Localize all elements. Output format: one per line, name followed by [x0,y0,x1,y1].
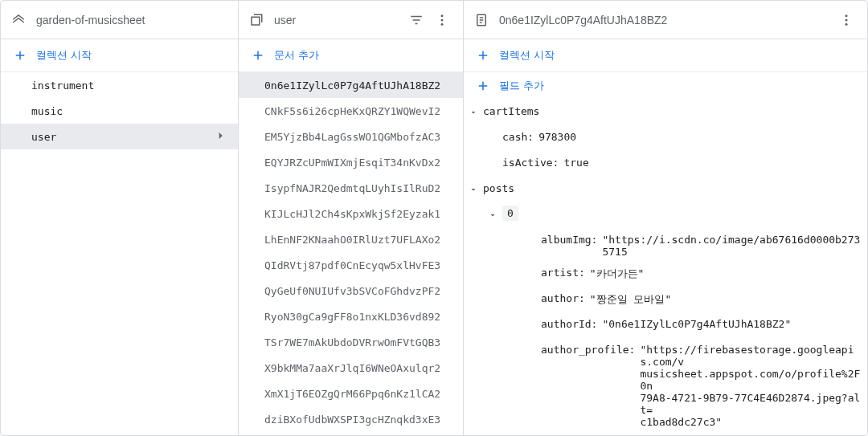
field-value: "https://firebasestorage.googleapis.com/… [640,341,861,428]
document-panel: user 문서 추가 0n6e1IZylLc0P7g4AftUJhA18BZ2C… [239,1,464,435]
field-author[interactable]: author: "짱준일 모바일" [464,287,867,312]
add-document-label: 문서 추가 [274,48,319,63]
field-key: posts [483,180,514,194]
collection-list: instrumentmusicuser [1,72,238,435]
document-list: 0n6e1IZylLc0P7g4AftUJhA18BZ2CNkF5s6i26cp… [239,72,463,435]
field-key: isActive: [502,154,559,169]
document-id: 0n6e1IZylLc0P7g4AftUJhA18BZ2 [264,79,440,92]
collection-panel: garden-of-musicsheet 컬렉션 시작 instrumentmu… [1,1,239,435]
field-value: true [563,154,588,169]
document-id: XmX1jT6EOZgQrM66Ppq6nKz1lCA2 [264,388,440,400]
svg-point-2 [441,18,444,21]
document-item[interactable]: TSr7WE7mAkUbdoDVRrwOmFVtGQB3 [239,329,463,355]
document-item[interactable]: XmX1jT6EOZgQrM66Ppq6nKz1lCA2 [239,381,463,406]
collapse-icon[interactable] [464,103,483,122]
collection-item-user[interactable]: user [1,124,238,149]
add-field-label: 필드 추가 [499,79,544,93]
field-authorprofile[interactable]: author_profile: "https://firebasestorage… [464,338,867,431]
document-item[interactable]: EQYJRZcUPmWIXmjEsqiT34nKvDx2 [239,149,463,175]
document-item[interactable]: 0n6e1IZylLc0P7g4AftUJhA18BZ2 [239,72,463,98]
document-item[interactable]: LhEnNF2KNaahO0IRlUzt7UFLAXo2 [239,226,463,252]
document-id: EM5YjzBb4LagGssWO1QGMbofzAC3 [264,131,440,143]
document-id: CNkF5s6i26cpHeKxQRZY1WQWevI2 [264,105,440,117]
start-collection-label: 컬렉션 시작 [499,48,555,63]
collapse-icon[interactable] [483,206,502,225]
field-key: authorId: [541,316,597,330]
plus-icon [475,78,491,94]
collapse-icon[interactable] [464,180,483,199]
home-icon [10,12,27,28]
document-item[interactable]: KIJLcHJl2Ch4sKpxWkjSf2Eyzak1 [239,201,463,226]
plus-icon [475,47,491,63]
document-item[interactable]: QIdRVtj87pdf0CnEcyqw5xlHvFE3 [239,252,463,278]
document-item[interactable]: IsypfNAJR2QedmtqLUyhIsIlRuD2 [239,175,463,201]
collection-title: user [274,14,405,26]
panel-header: user [239,1,463,39]
field-authorid[interactable]: authorId: "0n6e1IZylLc0P7g4AftUJhA18BZ2" [464,312,867,338]
start-collection-button[interactable]: 컬렉션 시작 [464,39,867,71]
collection-item-instrument[interactable]: instrument [1,72,238,98]
document-id: TSr7WE7mAkUbdoDVRrwOmFVtGQB3 [264,336,440,348]
start-collection-button[interactable]: 컬렉션 시작 [1,39,238,71]
field-createdat[interactable]: createdAt: "2023-02-28T08:37:18.423Z" [464,431,867,435]
field-key: createdAt: [541,434,604,435]
document-item[interactable]: dziBXofUdbWXSPI3gcHZnqkd3xE3 [239,406,463,432]
plus-icon [250,47,266,63]
field-key: albumImg: [541,231,597,246]
plus-icon [12,47,28,63]
panel-header: garden-of-musicsheet [1,1,238,39]
document-title: 0n6e1IZylLc0P7g4AftUJhA18BZ2 [499,14,835,26]
add-field-button[interactable]: 필드 추가 [464,72,867,100]
document-id: dziBXofUdbWXSPI3gcHZnqkd3xE3 [264,414,440,426]
field-artist[interactable]: artist: "카더가든" [464,261,867,287]
document-id: QyGeUf0NUIUfv3bSVCoFGhdvzPF2 [264,285,440,297]
field-posts[interactable]: posts [464,177,867,202]
field-cartitems[interactable]: cartItems [464,100,867,125]
field-key: artist: [541,264,585,279]
field-key: author_profile: [541,341,635,356]
field-cash[interactable]: cash: 978300 [464,125,867,151]
start-collection-label: 컬렉션 시작 [36,48,92,63]
root-title: garden-of-musicsheet [36,14,228,26]
field-value: 978300 [538,128,576,143]
chevron-right-icon [214,129,227,145]
field-list: cartItems cash: 978300 isActive: true po… [464,100,867,435]
field-value: "2023-02-28T08:37:18.423Z" [608,434,772,435]
document-id: EQYJRZcUPmWIXmjEsqiT34nKvDx2 [264,157,440,169]
field-value: "https://i.scdn.co/image/ab67616d0000b27… [602,231,861,258]
document-item[interactable]: QyGeUf0NUIUfv3bSVCoFGhdvzPF2 [239,278,463,304]
svg-rect-0 [252,17,260,25]
field-key: author: [541,290,585,304]
field-key: cash: [502,128,534,143]
field-value: "카더가든" [590,264,645,281]
svg-point-8 [845,14,848,17]
document-id: KIJLcHJl2Ch4sKpxWkjSf2Eyzak1 [264,208,440,220]
document-item[interactable]: X9bkMMa7aaXrJlqI6WNeOAxulqr2 [239,355,463,381]
document-id: RyoN30gCa9gFF8o1nxKLD36vd892 [264,311,440,323]
field-value: "짱준일 모바일" [590,290,671,307]
field-key: cartItems [483,103,539,117]
svg-point-1 [441,14,444,17]
field-isactive[interactable]: isActive: true [464,151,867,177]
document-id: QIdRVtj87pdf0CnEcyqw5xlHvFE3 [264,259,440,271]
document-icon [473,12,489,28]
collection-item-music[interactable]: music [1,98,238,124]
document-id: X9bkMMa7aaXrJlqI6WNeOAxulqr2 [264,362,440,374]
svg-point-10 [845,22,848,25]
filter-icon[interactable] [405,9,428,31]
document-item[interactable]: RyoN30gCa9gFF8o1nxKLD36vd892 [239,304,463,329]
add-document-button[interactable]: 문서 추가 [239,39,463,71]
document-item[interactable]: CNkF5s6i26cpHeKxQRZY1WQWevI2 [239,98,463,124]
document-item[interactable]: EM5YjzBb4LagGssWO1QGMbofzAC3 [239,124,463,149]
more-icon[interactable] [431,9,453,31]
field-albumimg[interactable]: albumImg: "https://i.scdn.co/image/ab676… [464,228,867,261]
collection-icon [248,12,264,28]
field-key: 0 [502,206,518,221]
document-id: IsypfNAJR2QedmtqLUyhIsIlRuD2 [264,182,440,194]
field-panel: 0n6e1IZylLc0P7g4AftUJhA18BZ2 컬렉션 시작 필드 추… [464,1,867,435]
svg-point-9 [845,18,848,21]
more-icon[interactable] [835,9,858,31]
svg-point-3 [441,22,444,25]
field-index-0[interactable]: 0 [464,202,867,228]
panel-header: 0n6e1IZylLc0P7g4AftUJhA18BZ2 [464,1,867,39]
